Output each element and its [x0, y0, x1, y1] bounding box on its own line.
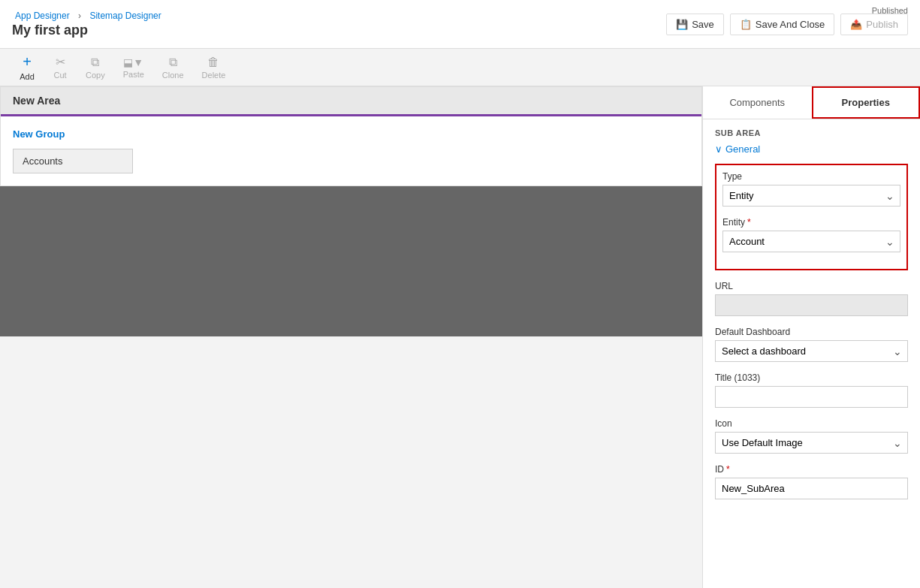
area-block: New Area New Group Accounts [0, 86, 702, 186]
save-icon: 💾 [676, 19, 688, 30]
paste-icon: ⬓▼ [123, 56, 143, 68]
save-close-label: Save And Close [756, 19, 825, 30]
cut-icon: ✂ [56, 55, 65, 69]
group-label: New Group [13, 128, 65, 140]
canvas-lower-area [0, 186, 702, 336]
tool-add[interactable]: + Add [12, 50, 42, 84]
chevron-down-icon: ∨ [715, 143, 722, 155]
top-bar: App Designer › Sitemap Designer My first… [0, 0, 920, 49]
entity-label-text: Entity [722, 217, 745, 228]
published-status: Published [872, 6, 908, 15]
tool-cut: ✂ Cut [45, 52, 75, 83]
url-label: URL [715, 281, 908, 291]
icon-label: Icon [715, 418, 908, 429]
type-label: Type [722, 171, 900, 182]
entity-field-group: Entity * Account Contact Lead Opportunit… [722, 217, 900, 252]
tool-paste-label: Paste [123, 70, 144, 79]
group-title[interactable]: New Group [13, 128, 689, 140]
general-section-toggle[interactable]: ∨ General [715, 143, 908, 155]
type-select-wrapper: Entity URL Web Resource [722, 185, 900, 207]
breadcrumb-sitemap-designer[interactable]: Sitemap Designer [89, 11, 161, 21]
icon-field-group: Icon Use Default Image Custom Icon [715, 418, 908, 454]
dashboard-select[interactable]: Select a dashboard [715, 340, 908, 362]
entity-required-star: * [747, 217, 751, 228]
title-input[interactable] [715, 386, 908, 408]
icon-select-wrapper: Use Default Image Custom Icon [715, 432, 908, 454]
tab-components[interactable]: Components [703, 86, 812, 119]
top-bar-left: App Designer › Sitemap Designer My first… [12, 11, 164, 38]
title-label: Title (1033) [715, 372, 908, 383]
dashboard-select-wrapper: Select a dashboard [715, 340, 908, 362]
url-input[interactable] [715, 294, 908, 316]
general-section-label: General [725, 143, 760, 155]
breadcrumb-separator: › [78, 11, 81, 21]
save-close-icon: 📋 [740, 19, 752, 30]
title-field-group: Title (1033) [715, 372, 908, 408]
save-and-close-button[interactable]: 📋 Save And Close [730, 14, 835, 35]
entity-label: Entity * [722, 217, 900, 228]
dashboard-label: Default Dashboard [715, 327, 908, 337]
tool-copy-label: Copy [86, 71, 105, 80]
id-label: ID * [715, 464, 908, 475]
publish-label: Publish [866, 19, 898, 30]
tool-paste: ⬓▼ Paste [116, 53, 152, 82]
add-icon: + [23, 53, 32, 71]
tool-cut-label: Cut [53, 71, 66, 80]
tool-delete-label: Delete [202, 71, 226, 80]
publish-button[interactable]: 📤 Publish [840, 14, 908, 35]
id-label-text: ID [715, 464, 724, 475]
breadcrumb: App Designer › Sitemap Designer [12, 11, 164, 21]
type-entity-box: Type Entity URL Web Resource Entity * [715, 164, 908, 270]
breadcrumb-app-designer[interactable]: App Designer [15, 11, 70, 21]
tool-add-label: Add [20, 72, 35, 81]
area-header[interactable]: New Area [1, 87, 701, 116]
id-required-star: * [726, 464, 730, 475]
tab-properties[interactable]: Properties [812, 86, 921, 119]
properties-tab-label: Properties [842, 97, 890, 108]
dashboard-field-group: Default Dashboard Select a dashboard [715, 327, 908, 362]
subarea-item[interactable]: Accounts [13, 149, 133, 173]
right-panel: Components Properties SUB AREA ∨ General… [702, 86, 920, 588]
save-button[interactable]: 💾 Save [666, 14, 724, 35]
panel-tabs: Components Properties [703, 86, 920, 119]
app-title: My first app [12, 23, 164, 38]
canvas-area: New Area New Group Accounts [0, 86, 702, 588]
save-label: Save [692, 19, 714, 30]
main-layout: New Area New Group Accounts Components [0, 86, 920, 588]
url-field-group: URL [715, 281, 908, 316]
subarea-heading: SUB AREA [715, 128, 908, 137]
copy-icon: ⧉ [91, 56, 99, 69]
components-tab-label: Components [729, 97, 785, 108]
icon-select[interactable]: Use Default Image Custom Icon [715, 432, 908, 454]
id-field-group: ID * [715, 464, 908, 499]
toolbar: + Add ✂ Cut ⧉ Copy ⬓▼ Paste ⧉ Clone 🗑 De… [0, 49, 920, 86]
tool-copy: ⧉ Copy [78, 53, 113, 83]
subarea-name: Accounts [23, 155, 62, 167]
tool-clone-label: Clone [162, 71, 184, 80]
entity-select[interactable]: Account Contact Lead Opportunity [722, 231, 900, 252]
delete-icon: 🗑 [207, 56, 219, 69]
publish-icon: 📤 [850, 19, 862, 30]
top-bar-right: 💾 Save 📋 Save And Close 📤 Publish [666, 14, 908, 35]
type-field-group: Type Entity URL Web Resource [722, 171, 900, 207]
panel-content: SUB AREA ∨ General Type Entity URL Web R… [703, 119, 920, 588]
canvas-wrapper: New Area New Group Accounts [0, 86, 702, 336]
area-title: New Area [13, 95, 60, 107]
group-block: New Group Accounts [1, 116, 701, 185]
type-select[interactable]: Entity URL Web Resource [722, 185, 900, 207]
tool-clone: ⧉ Clone [155, 53, 192, 83]
entity-select-wrapper: Account Contact Lead Opportunity [722, 231, 900, 252]
clone-icon: ⧉ [169, 56, 177, 69]
tool-delete: 🗑 Delete [195, 53, 234, 83]
id-input[interactable] [715, 478, 908, 499]
